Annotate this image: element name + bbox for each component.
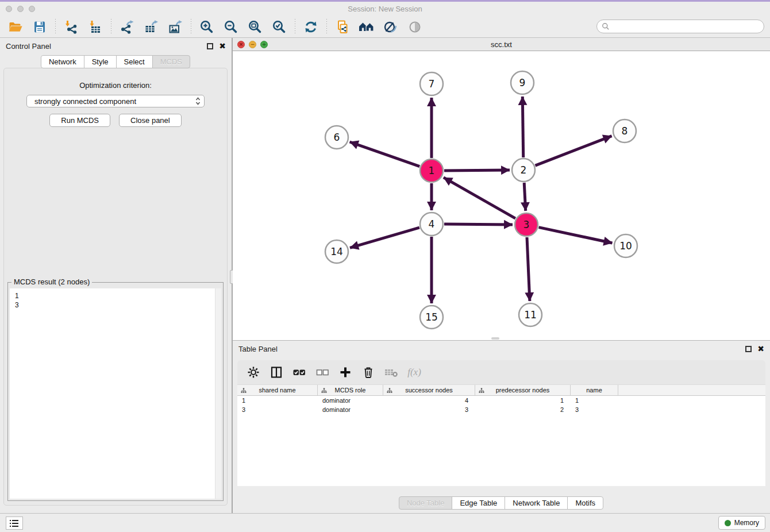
tab-select[interactable]: Select <box>116 55 153 68</box>
search-input[interactable] <box>613 22 759 31</box>
delete-column-button[interactable] <box>360 365 376 380</box>
control-panel-header: Control Panel ✖ <box>0 38 232 54</box>
hide-details-button[interactable] <box>406 18 424 36</box>
plus-icon <box>339 366 352 379</box>
criterion-dropdown[interactable]: strongly connected component <box>26 95 205 107</box>
float-table-panel-icon[interactable] <box>745 346 752 352</box>
node-table[interactable]: shared name MCDS role successor nodes pr… <box>237 384 765 486</box>
mcds-result-area[interactable]: 1 3 <box>10 288 221 499</box>
save-session-button[interactable] <box>30 18 49 36</box>
search-icon <box>602 22 610 30</box>
close-network-button[interactable]: × <box>237 41 245 48</box>
tab-motifs[interactable]: Motifs <box>567 496 603 510</box>
search-field[interactable] <box>596 20 764 33</box>
cell-shared-name[interactable]: 1 <box>237 397 318 404</box>
graph-edge-3-1[interactable] <box>444 178 515 218</box>
graph-node-label-7: 7 <box>429 78 435 90</box>
table-row[interactable]: 1 dominator 4 1 1 <box>237 396 765 405</box>
cell-name[interactable]: 3 <box>571 406 618 413</box>
task-history-button[interactable] <box>6 516 23 530</box>
function-builder-button[interactable]: f(x) <box>406 365 422 380</box>
open-folder-icon <box>8 20 23 34</box>
welcome-screen-button[interactable] <box>357 18 376 36</box>
cell-predecessor-nodes[interactable]: 2 <box>475 406 571 413</box>
cell-successor-nodes[interactable]: 4 <box>383 397 475 404</box>
memory-button[interactable]: Memory <box>718 516 765 530</box>
tab-network-table[interactable]: Network Table <box>505 496 568 510</box>
column-header-shared-name[interactable]: shared name <box>237 385 318 395</box>
run-mcds-button[interactable]: Run MCDS <box>49 114 110 127</box>
close-panel-button[interactable]: Close panel <box>119 114 182 127</box>
import-network-icon <box>64 20 79 34</box>
network-graph[interactable]: 7968124314101511 <box>233 51 770 340</box>
tab-mcds[interactable]: MCDS <box>152 55 190 68</box>
table-row[interactable]: 3 dominator 3 2 3 <box>237 405 765 414</box>
import-table-button[interactable] <box>86 18 105 36</box>
table-settings-button[interactable] <box>245 365 261 380</box>
graph-edge-1-6[interactable] <box>350 142 420 167</box>
canvas-resize-handle[interactable] <box>491 337 499 340</box>
tab-network[interactable]: Network <box>41 55 84 68</box>
graph-edge-4-14[interactable] <box>350 228 419 248</box>
main-toolbar <box>0 16 770 38</box>
tab-edge-table[interactable]: Edge Table <box>452 496 505 510</box>
cell-shared-name[interactable]: 3 <box>237 406 318 413</box>
export-network-button[interactable] <box>118 18 136 36</box>
control-panel: Control Panel ✖ Network Style Select MCD… <box>0 38 232 513</box>
toolbar-separator <box>326 19 327 35</box>
tab-style[interactable]: Style <box>84 55 117 68</box>
network-canvas[interactable]: 7968124314101511 <box>233 51 770 340</box>
import-network-button[interactable] <box>62 18 80 36</box>
float-panel-icon[interactable] <box>207 43 213 49</box>
graph-edge-2-8[interactable] <box>536 136 612 166</box>
export-table-button[interactable] <box>142 18 160 36</box>
graph-edge-2-9[interactable] <box>522 97 523 157</box>
column-header-successor-nodes[interactable]: successor nodes <box>383 385 475 395</box>
titlebar: Session: New Session <box>0 2 770 16</box>
export-image-button[interactable] <box>166 18 184 36</box>
close-panel-icon[interactable]: ✖ <box>219 42 226 50</box>
zoom-fit-button[interactable] <box>246 18 264 36</box>
graph-edge-4-3[interactable] <box>444 224 513 225</box>
graph-edge-3-10[interactable] <box>539 228 613 243</box>
delete-table-button[interactable] <box>383 365 399 380</box>
close-window-button[interactable] <box>6 6 12 12</box>
export-image-icon <box>168 20 183 34</box>
window-controls <box>6 6 35 12</box>
graph-edge-1-2[interactable] <box>444 170 510 171</box>
column-header-predecessor-nodes[interactable]: predecessor nodes <box>475 385 571 395</box>
tab-node-table[interactable]: Node Table <box>399 496 453 510</box>
cell-predecessor-nodes[interactable]: 1 <box>475 397 571 404</box>
cell-successor-nodes[interactable]: 3 <box>383 406 475 413</box>
select-all-button[interactable] <box>291 365 307 380</box>
cell-mcds-role[interactable]: dominator <box>318 406 383 413</box>
cell-mcds-role[interactable]: dominator <box>318 397 383 404</box>
zoom-out-button[interactable] <box>222 18 240 36</box>
column-header-name[interactable]: name <box>571 385 618 395</box>
minimize-window-button[interactable] <box>17 6 24 12</box>
maximize-network-button[interactable]: + <box>260 41 268 48</box>
maximize-window-button[interactable] <box>29 6 35 12</box>
graph-edge-3-11[interactable] <box>527 237 530 301</box>
clone-network-button[interactable] <box>333 18 352 36</box>
toolbar-separator <box>55 19 56 35</box>
toolbar-separator <box>111 19 111 35</box>
open-session-button[interactable] <box>6 18 25 36</box>
zoom-selected-button[interactable] <box>270 18 288 36</box>
apply-layout-button[interactable] <box>302 18 320 36</box>
cell-name[interactable]: 1 <box>571 397 618 404</box>
zoom-in-button[interactable] <box>198 18 216 36</box>
graph-edge-2-3[interactable] <box>524 183 526 211</box>
graph-node-label-8: 8 <box>622 125 628 137</box>
table-tabs: Node Table Edge Table Network Table Moti… <box>237 496 765 510</box>
deselect-all-button[interactable] <box>314 365 330 380</box>
graphics-details-button[interactable] <box>382 18 400 36</box>
close-table-panel-icon[interactable]: ✖ <box>757 345 764 353</box>
column-tree-icon <box>387 388 392 394</box>
result-scrollbar[interactable] <box>215 288 221 499</box>
minimize-network-button[interactable]: − <box>249 41 256 48</box>
column-header-mcds-role[interactable]: MCDS role <box>318 385 383 395</box>
fx-icon: f(x) <box>407 367 421 378</box>
column-browser-button[interactable] <box>268 365 284 380</box>
add-column-button[interactable] <box>337 365 353 380</box>
